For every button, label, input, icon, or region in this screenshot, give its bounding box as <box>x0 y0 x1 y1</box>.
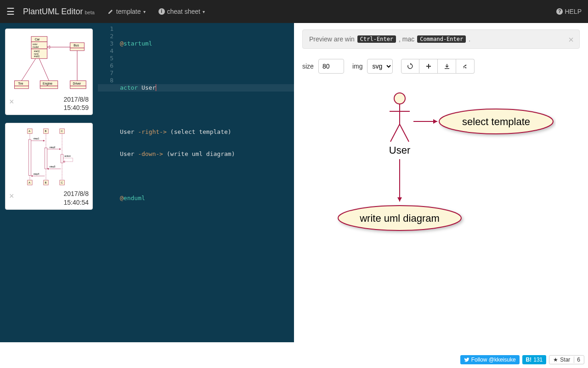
kbd-ctrl-enter: Ctrl-Enter <box>357 35 396 43</box>
svg-text:B: B <box>45 181 46 184</box>
help-link[interactable]: ? HELP <box>556 8 582 15</box>
share-button[interactable] <box>456 59 475 74</box>
uml-diagram: select template User write uml diagram <box>302 92 580 248</box>
svg-text:run(): run() <box>34 53 39 55</box>
svg-point-63 <box>394 93 405 104</box>
twitter-follow-button[interactable]: Follow @kkeisuke <box>460 355 520 364</box>
svg-text:color: color <box>33 43 38 46</box>
plus-icon <box>425 63 432 69</box>
template-label: template <box>116 8 141 15</box>
hatena-button[interactable]: B!131 <box>522 355 547 364</box>
thumbnail-sequence-diagram: A B C step1 step2 action step3 <box>9 127 89 187</box>
svg-rect-10 <box>70 48 85 51</box>
svg-rect-21 <box>70 86 86 89</box>
svg-text:start(): start() <box>34 50 40 52</box>
refresh-button[interactable] <box>401 59 419 74</box>
twitter-icon <box>464 357 469 362</box>
sidebar: Car color model start() run() stop() Bus <box>0 23 98 342</box>
svg-text:A: A <box>28 181 30 184</box>
svg-text:action: action <box>64 155 71 157</box>
svg-line-67 <box>400 124 409 142</box>
svg-line-24 <box>39 58 49 80</box>
refresh-icon <box>407 63 413 69</box>
close-icon[interactable]: × <box>9 95 14 107</box>
navbar: ☰ PlantUML Editor beta template ▾ i chea… <box>0 0 588 23</box>
size-input[interactable] <box>318 59 344 74</box>
svg-line-66 <box>390 124 400 142</box>
svg-marker-51 <box>31 175 33 177</box>
svg-text:Bus: Bus <box>74 44 79 47</box>
star-icon: ★ <box>553 356 558 363</box>
svg-text:Engine: Engine <box>43 82 52 86</box>
svg-marker-60 <box>433 119 437 124</box>
close-icon[interactable]: × <box>9 190 14 201</box>
timestamp: 2017/8/8 15:40:54 <box>64 190 89 206</box>
share-icon <box>462 63 469 69</box>
history-card[interactable]: Car color model start() run() stop() Bus <box>5 29 93 115</box>
svg-text:model: model <box>33 46 39 48</box>
img-format-select[interactable]: svg <box>367 59 393 74</box>
svg-text:C: C <box>61 181 63 184</box>
svg-marker-70 <box>397 197 402 201</box>
github-star-button[interactable]: ★ Star 6 <box>549 355 584 364</box>
svg-marker-48 <box>47 168 49 170</box>
close-icon[interactable]: × <box>568 34 574 45</box>
code-editor[interactable]: 12345678 @startuml actor User User -righ… <box>98 23 294 342</box>
template-dropdown[interactable]: template ▾ <box>107 8 146 15</box>
svg-rect-18 <box>40 86 57 89</box>
svg-text:step2: step2 <box>50 146 56 149</box>
caret-down-icon: ▾ <box>203 9 205 14</box>
svg-text:step4: step4 <box>34 172 40 175</box>
svg-text:select template: select template <box>462 116 530 127</box>
svg-text:User: User <box>389 144 410 156</box>
svg-text:B: B <box>45 130 46 132</box>
svg-text:A: A <box>28 130 30 132</box>
img-label: img <box>352 63 363 70</box>
svg-rect-37 <box>61 155 63 163</box>
preview-toolbar: size img svg <box>302 59 580 74</box>
svg-line-23 <box>22 58 36 80</box>
svg-text:Driver: Driver <box>73 82 81 85</box>
line-gutter: 12345678 <box>98 23 116 84</box>
svg-text:step1: step1 <box>34 138 40 140</box>
svg-rect-35 <box>28 140 31 176</box>
size-label: size <box>302 63 314 70</box>
svg-marker-40 <box>43 140 45 142</box>
svg-rect-15 <box>15 86 29 89</box>
pencil-icon <box>107 8 114 15</box>
svg-text:Car: Car <box>35 38 40 41</box>
hint-box: Preview are win Ctrl-Enter , mac Command… <box>302 29 580 49</box>
download-button[interactable] <box>438 59 456 74</box>
svg-text:step3: step3 <box>50 166 56 168</box>
help-label: HELP <box>565 8 582 15</box>
hamburger-icon[interactable]: ☰ <box>6 6 15 17</box>
caret-down-icon: ▾ <box>143 9 146 14</box>
svg-text:Tire: Tire <box>18 82 23 85</box>
svg-text:stop(): stop() <box>34 55 40 58</box>
svg-text:C: C <box>61 130 63 132</box>
footer-badges: Follow @kkeisuke B!131 ★ Star 6 <box>460 355 584 364</box>
svg-rect-36 <box>45 148 47 169</box>
beta-badge: beta <box>85 10 94 15</box>
cheatsheet-dropdown[interactable]: i cheat sheet ▾ <box>158 8 205 15</box>
kbd-cmd-enter: Command-Enter <box>417 35 466 43</box>
svg-text:write uml diagram: write uml diagram <box>359 213 440 224</box>
preview-pane: Preview are win Ctrl-Enter , mac Command… <box>294 23 588 342</box>
timestamp: 2017/8/8 15:40:59 <box>64 95 89 112</box>
hint-text: Preview are win <box>309 35 355 43</box>
history-card[interactable]: A B C step1 step2 action step3 <box>5 123 93 209</box>
code-content[interactable]: @startuml actor User User -right-> (sele… <box>120 25 291 217</box>
thumbnail-class-diagram: Car color model start() run() stop() Bus <box>9 33 89 92</box>
app-title: PlantUML Editor <box>23 7 83 17</box>
svg-marker-43 <box>59 149 61 150</box>
add-button[interactable] <box>419 59 438 74</box>
cheatsheet-label: cheat sheet <box>167 8 200 15</box>
download-icon <box>444 63 450 69</box>
svg-marker-13 <box>47 46 50 48</box>
info-icon: i <box>158 8 165 15</box>
question-icon: ? <box>556 8 563 15</box>
